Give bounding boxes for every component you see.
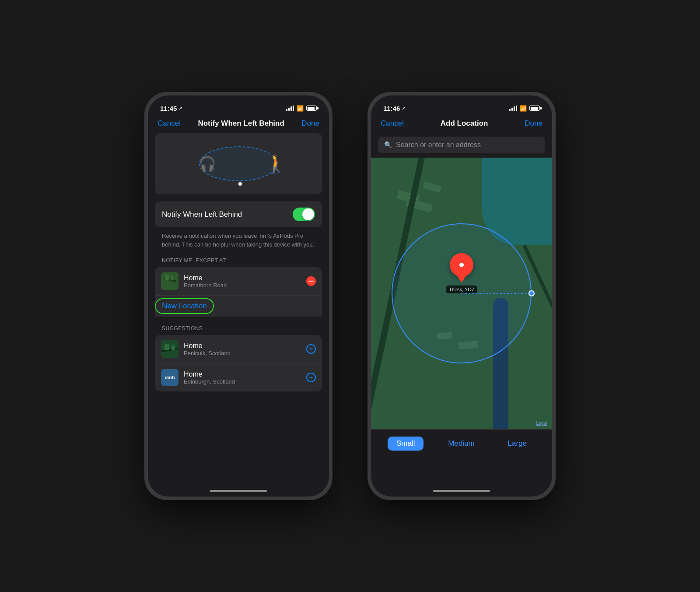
- suggestion-address-1: Edinburgh, Scotland: [184, 378, 301, 385]
- location-arrow-2: ↗: [402, 106, 406, 111]
- location-arrow-1: ↗: [178, 106, 182, 111]
- svg-rect-7: [172, 345, 175, 350]
- wifi-icon-2: 📶: [520, 105, 527, 112]
- pin-label: Thirsk, YO7: [446, 285, 477, 293]
- toggle-label: Notify When Left Behind: [162, 210, 242, 219]
- nav-bar-2: Cancel Add Location Done: [371, 117, 552, 133]
- radius-handle[interactable]: [528, 290, 535, 296]
- suggestions-header: SUGGESTIONS: [148, 325, 329, 331]
- done-button-2[interactable]: Done: [525, 119, 542, 128]
- signal-bar-1: [286, 109, 287, 111]
- size-small-button[interactable]: Small: [388, 437, 424, 451]
- remove-home-button[interactable]: [306, 276, 316, 286]
- add-suggestion-1-button[interactable]: +: [306, 373, 316, 382]
- suggestions-list: Home Penicuik, Scotland + dinb Home Edin…: [148, 335, 329, 391]
- new-location-button[interactable]: New Location: [162, 302, 207, 310]
- location-pin[interactable]: Thirsk, YO7: [446, 253, 477, 293]
- suggestion-address-0: Penicuik, Scotland: [184, 350, 301, 356]
- person-icon: 🚶: [265, 154, 287, 174]
- add-suggestion-0-button[interactable]: +: [306, 344, 316, 354]
- toggle-knob: [302, 208, 314, 220]
- status-time-1: 11:45: [160, 105, 177, 112]
- signal-bar-4: [293, 106, 294, 111]
- suggestion-info-1: Home Edinburgh, Scotland: [184, 370, 301, 385]
- battery-icon-1: [306, 106, 317, 111]
- pin-label-text: Thirsk, YO7: [449, 287, 474, 292]
- suggestion-thumb-1: dinb: [161, 369, 178, 386]
- phone-2: 11:46 ↗ 📶 Cancel Ad: [368, 92, 556, 500]
- size-selector: Small Medium Large: [371, 429, 552, 458]
- suggestion-item-0[interactable]: Home Penicuik, Scotland +: [155, 335, 322, 363]
- search-bar[interactable]: 🔍 Search or enter an address: [378, 137, 545, 153]
- airpods-icon: 🎧: [199, 155, 216, 172]
- toggle-switch[interactable]: [293, 208, 315, 221]
- status-time-2: 11:46: [383, 105, 400, 112]
- legal-link[interactable]: Legal: [536, 421, 547, 426]
- size-medium-button[interactable]: Medium: [439, 437, 483, 451]
- svg-rect-3: [171, 276, 173, 280]
- suggestion-name-1: Home: [184, 370, 301, 378]
- signal-bar-2: [288, 108, 290, 111]
- new-location-row[interactable]: New Location: [155, 296, 322, 317]
- signal-bar-3: [290, 106, 292, 111]
- signal-bars-1: [286, 106, 294, 111]
- location-item-home: Home Pomathorn Road: [155, 267, 322, 296]
- status-bar-2: 11:46 ↗ 📶: [371, 95, 552, 117]
- nav-bar-1: Cancel Notify When Left Behind Done: [148, 117, 329, 133]
- radius-line: [462, 293, 532, 294]
- screen-2: 11:46 ↗ 📶 Cancel Ad: [371, 95, 552, 497]
- cancel-button-1[interactable]: Cancel: [158, 119, 181, 128]
- dot-indicator: [238, 182, 242, 186]
- battery-icon-2: [529, 106, 540, 111]
- pin-circle: [450, 253, 473, 277]
- cancel-button-2[interactable]: Cancel: [381, 119, 404, 128]
- description-text: Receive a notification when you leave Ti…: [148, 232, 329, 249]
- home-thumb: [161, 272, 178, 290]
- pin-dot: [459, 263, 464, 267]
- screen-1: 11:45 ↗ 📶 Cancel No: [148, 95, 329, 497]
- new-location-highlight: [155, 298, 214, 314]
- illustration: 🎧 🚶: [155, 133, 322, 194]
- nav-title-1: Notify When Left Behind: [198, 119, 284, 128]
- suggestion-item-1[interactable]: dinb Home Edinburgh, Scotland +: [155, 363, 322, 391]
- svg-rect-6: [164, 344, 169, 350]
- map-container[interactable]: Thirsk, YO7 Legal: [371, 158, 552, 429]
- toggle-row[interactable]: Notify When Left Behind: [155, 201, 322, 227]
- suggestion-name-0: Home: [184, 342, 301, 350]
- home-bar-1: [210, 490, 267, 492]
- suggestion-info-0: Home Penicuik, Scotland: [184, 342, 301, 356]
- status-bar-1: 11:45 ↗ 📶: [148, 95, 329, 117]
- status-icons-2: 📶: [509, 105, 540, 112]
- phone-1: 11:45 ↗ 📶 Cancel No: [144, 92, 332, 500]
- suggestion-thumb-0: [161, 340, 178, 358]
- nav-title-2: Add Location: [441, 119, 488, 128]
- search-icon: 🔍: [384, 141, 392, 149]
- done-button-1[interactable]: Done: [301, 119, 319, 128]
- wifi-icon-1: 📶: [297, 105, 304, 112]
- home-name: Home: [184, 274, 301, 282]
- size-large-button[interactable]: Large: [499, 437, 536, 451]
- section-header-1: NOTIFY ME, EXCEPT AT:: [148, 257, 329, 264]
- search-placeholder: Search or enter an address: [396, 141, 481, 149]
- home-bar-2: [433, 490, 490, 492]
- status-icons-1: 📶: [286, 105, 317, 112]
- svg-rect-2: [165, 275, 169, 280]
- home-info: Home Pomathorn Road: [184, 274, 301, 289]
- signal-bars-2: [509, 106, 517, 111]
- home-address: Pomathorn Road: [184, 282, 301, 289]
- pin-tail: [457, 276, 466, 283]
